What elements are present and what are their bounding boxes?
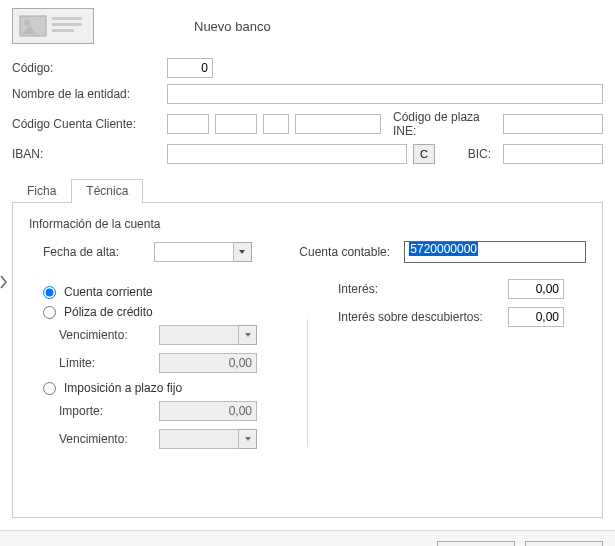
ccc-input-1[interactable] [167,114,209,134]
ccc-input-2[interactable] [215,114,257,134]
codigo-label: Código: [12,61,167,75]
preview-thumbnail [12,8,94,44]
chevron-down-icon [239,325,257,345]
plaza-input[interactable] [503,114,603,134]
interes-label: Interés: [338,282,508,296]
svg-point-1 [24,20,30,26]
plazo-vencimiento-input [159,429,239,449]
bic-input[interactable] [503,144,603,164]
poliza-vencimiento-label: Vencimiento: [59,328,159,342]
expand-chevron[interactable] [0,275,8,292]
ccc-label: Código Cuenta Cliente: [12,117,167,131]
radio-cuenta-corriente-label: Cuenta corriente [64,285,153,299]
fecha-alta-dropdown[interactable] [154,242,252,262]
poliza-limite-input [159,353,257,373]
interes-descubiertos-input[interactable] [508,307,564,327]
iban-label: IBAN: [12,147,167,161]
iban-input[interactable] [167,144,407,164]
aceptar-button[interactable]: Aceptar [437,541,515,546]
radio-plazo-fijo[interactable] [43,382,56,395]
cuenta-contable-value: 5720000000 [409,242,478,256]
chevron-down-icon [239,429,257,449]
dialog-title: Nuevo banco [194,19,271,34]
cancelar-button[interactable]: Cancelar [525,541,603,546]
nombre-input[interactable] [167,84,603,104]
fecha-alta-input[interactable] [154,242,234,262]
plazo-importe-label: Importe: [59,404,159,418]
plaza-label: Código de plaza INE: [393,110,491,138]
svg-rect-3 [52,23,82,26]
poliza-limite-label: Límite: [59,356,159,370]
radio-plazo-fijo-label: Imposición a plazo fijo [64,381,182,395]
cuenta-contable-label: Cuenta contable: [299,245,404,259]
plazo-vencimiento-dropdown [159,429,257,449]
poliza-vencimiento-dropdown [159,325,257,345]
calc-iban-button[interactable]: C [413,144,435,164]
tab-ficha[interactable]: Ficha [12,179,71,203]
radio-cuenta-corriente[interactable] [43,286,56,299]
interes-descubiertos-label: Interés sobre descubiertos: [338,310,508,324]
nombre-label: Nombre de la entidad: [12,87,167,101]
section-title: Información de la cuenta [29,217,586,231]
poliza-vencimiento-input [159,325,239,345]
radio-poliza-credito[interactable] [43,306,56,319]
tab-tecnica[interactable]: Técnica [71,179,143,203]
ccc-input-4[interactable] [295,114,381,134]
svg-rect-2 [52,17,82,20]
radio-poliza-credito-label: Póliza de crédito [64,305,153,319]
bic-label: BIC: [453,147,491,161]
interes-input[interactable] [508,279,564,299]
plazo-importe-input [159,401,257,421]
chevron-down-icon[interactable] [234,242,252,262]
fecha-alta-label: Fecha de alta: [43,245,154,259]
plazo-vencimiento-label: Vencimiento: [59,432,159,446]
cuenta-contable-input[interactable]: 5720000000 [404,241,586,263]
vertical-divider [307,319,308,447]
codigo-input[interactable] [167,58,213,78]
svg-rect-4 [52,29,74,32]
ccc-input-3[interactable] [263,114,289,134]
